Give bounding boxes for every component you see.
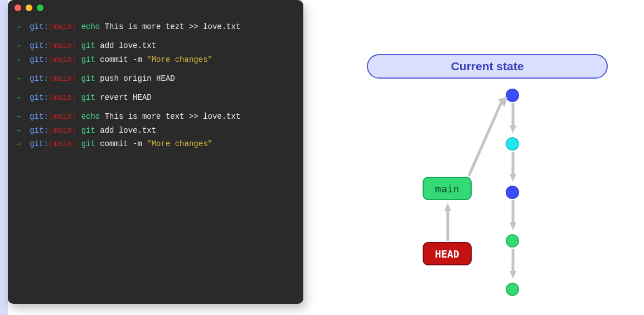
commit-node — [506, 234, 519, 248]
branch-label-main: main — [423, 177, 472, 200]
svg-marker-1 — [510, 125, 516, 133]
git-diagram: Current state main HEAD — [323, 0, 644, 315]
branch-label-head: HEAD — [423, 242, 472, 265]
commit-node — [506, 186, 519, 199]
terminal-line: → git:(main) git commit -m "More changes… — [16, 54, 296, 65]
minimize-icon[interactable] — [26, 4, 32, 11]
terminal-line: → git:(main) echo This is more text >> l… — [16, 111, 296, 122]
svg-marker-3 — [510, 174, 516, 182]
page-left-accent — [0, 0, 8, 315]
arrow-icon — [509, 249, 517, 280]
terminal-line: → git:(main) echo This is more tezt >> l… — [16, 21, 296, 32]
arrow-icon — [509, 152, 517, 183]
arrow-icon — [460, 89, 510, 180]
terminal-line: → git:(main) git commit -m "More changes… — [16, 138, 296, 149]
svg-marker-7 — [510, 271, 516, 279]
terminal-line: → git:(main) git add love.txt — [16, 40, 296, 51]
commit-node — [506, 283, 519, 296]
terminal-line: → git:(main) git add love.txt — [16, 125, 296, 136]
commit-node — [506, 89, 519, 102]
maximize-icon[interactable] — [37, 4, 43, 11]
svg-marker-11 — [444, 203, 451, 211]
close-icon[interactable] — [14, 4, 21, 11]
terminal-content: → git:(main) echo This is more tezt >> l… — [8, 16, 303, 157]
arrow-icon — [442, 201, 453, 242]
terminal-line: → git:(main) git push origin HEAD — [16, 73, 296, 84]
commit-node — [506, 137, 519, 151]
terminal-line: → git:(main) git revert HEAD — [16, 92, 296, 103]
window-titlebar — [8, 0, 303, 16]
arrow-icon — [509, 200, 517, 231]
diagram-title: Current state — [367, 54, 608, 79]
terminal-window: → git:(main) echo This is more tezt >> l… — [8, 0, 303, 304]
svg-marker-5 — [510, 222, 516, 230]
svg-line-8 — [469, 103, 501, 176]
arrow-icon — [509, 103, 517, 134]
